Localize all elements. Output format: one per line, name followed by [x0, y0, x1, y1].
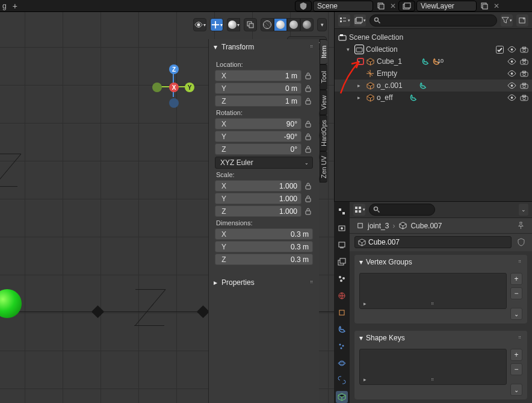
specials-menu[interactable]: ⌄: [510, 308, 522, 320]
outliner-collection[interactable]: ▾ Collection: [335, 43, 532, 55]
options-dropdown[interactable]: ⌄: [519, 204, 528, 216]
breadcrumb-object[interactable]: joint_3: [368, 222, 389, 230]
tab-output[interactable]: [336, 239, 348, 251]
shape-keys-header[interactable]: ▾ Shape Keys ⠿: [354, 331, 527, 345]
drag-handle-icon[interactable]: ⠿: [310, 45, 314, 49]
tab-constraints[interactable]: [336, 374, 348, 386]
editor-type-selector[interactable]: ▾: [353, 204, 365, 216]
vertex-groups-header[interactable]: ▾ Vertex Groups ⠿: [354, 255, 527, 269]
dimension-y-field[interactable]: Y0.3 m: [215, 241, 313, 252]
disclosure-icon[interactable]: ▸: [357, 95, 363, 101]
scale-z-field[interactable]: Z1.000: [215, 205, 302, 217]
tab-world[interactable]: [336, 290, 348, 302]
visible-icon[interactable]: [507, 70, 516, 77]
render-icon[interactable]: [520, 83, 528, 89]
drag-handle-icon[interactable]: ⠿: [310, 280, 314, 285]
tab-particles[interactable]: [336, 340, 348, 352]
dimension-z-field[interactable]: Z0.3 m: [215, 254, 313, 265]
render-icon[interactable]: [520, 58, 528, 65]
tab-tool[interactable]: Tool: [320, 64, 327, 90]
location-y-field[interactable]: Y0 m: [215, 83, 302, 94]
xray-toggle[interactable]: [244, 18, 257, 31]
shading-solid[interactable]: [274, 18, 287, 31]
vertex-groups-list[interactable]: ▸ ⠿: [359, 273, 507, 309]
fake-user-icon[interactable]: [515, 236, 527, 248]
navigation-gizmo[interactable]: X Y Z: [153, 63, 202, 111]
filter-button[interactable]: ▾: [501, 14, 513, 27]
pin-icon[interactable]: [515, 220, 526, 231]
drag-handle-icon[interactable]: ⠿: [518, 260, 522, 264]
shape-keys-list[interactable]: ▸ ⠿: [359, 349, 507, 385]
scene-name-field[interactable]: Scene: [313, 1, 373, 11]
lock-icon[interactable]: [303, 180, 313, 192]
lock-icon[interactable]: [303, 118, 313, 130]
gizmo-y-neg-ball[interactable]: [152, 83, 162, 92]
disclosure-icon[interactable]: ▸: [357, 58, 363, 64]
location-z-field[interactable]: Z1 m: [215, 95, 302, 107]
drag-handle-icon[interactable]: ⠿: [431, 378, 435, 383]
workspace-tab[interactable]: g: [2, 2, 7, 10]
render-icon[interactable]: [520, 46, 528, 53]
shading-options-dropdown[interactable]: ▾: [317, 18, 327, 31]
outliner-scene-collection[interactable]: Scene Collection: [335, 31, 532, 43]
lock-icon[interactable]: [303, 131, 313, 142]
visible-icon[interactable]: [507, 94, 516, 101]
viewlayer-close-button[interactable]: ✕: [492, 1, 501, 11]
visible-icon[interactable]: [507, 46, 516, 53]
gizmo-y-ball[interactable]: Y: [185, 83, 194, 92]
outliner-item-oc001[interactable]: ▸ o_c.001: [335, 80, 532, 92]
tab-render[interactable]: [336, 222, 348, 234]
rotation-y-field[interactable]: Y-90°: [215, 131, 302, 142]
specials-menu[interactable]: ⌄: [510, 384, 522, 396]
overlay-toggle[interactable]: ▾: [227, 18, 240, 31]
location-x-field[interactable]: X1 m: [215, 70, 302, 81]
tab-tool[interactable]: [336, 205, 348, 217]
modifier-icon[interactable]: [419, 81, 428, 90]
disclosure-icon[interactable]: ▸: [357, 83, 363, 89]
remove-button[interactable]: −: [510, 363, 522, 375]
remove-button[interactable]: −: [510, 287, 522, 299]
rotation-z-field[interactable]: Z0°: [215, 143, 302, 155]
tab-zenuv[interactable]: Zen UV: [320, 151, 327, 183]
scale-y-field[interactable]: Y1.000: [215, 193, 302, 204]
modifier-icon[interactable]: [409, 93, 418, 102]
tab-modifier[interactable]: [336, 323, 348, 336]
expand-icon[interactable]: ▸: [363, 301, 367, 307]
tab-physics[interactable]: [336, 357, 348, 369]
shading-rendered[interactable]: [300, 18, 314, 31]
lock-icon[interactable]: [303, 193, 313, 204]
gizmo-x-ball[interactable]: X: [169, 83, 179, 92]
rotation-x-field[interactable]: X90°: [215, 118, 302, 130]
tab-scene[interactable]: [336, 273, 348, 285]
display-mode-selector[interactable]: ▾: [354, 14, 366, 27]
scene-selector[interactable]: [295, 1, 312, 11]
add-button[interactable]: +: [510, 273, 522, 285]
lock-icon[interactable]: [303, 83, 313, 94]
new-viewlayer-button[interactable]: [478, 1, 491, 11]
editor-type-selector[interactable]: ▾: [338, 14, 350, 27]
tab-view[interactable]: View: [320, 90, 327, 115]
rotation-mode-select[interactable]: XYZ Euler⌄: [215, 157, 313, 169]
exclude-checkbox[interactable]: [496, 46, 504, 54]
visibility-dropdown[interactable]: ▾: [193, 18, 206, 31]
lock-icon[interactable]: [303, 205, 313, 217]
breadcrumb-mesh[interactable]: Cube.007: [410, 222, 442, 230]
drag-handle-icon[interactable]: ⠿: [431, 302, 435, 307]
shading-wireframe[interactable]: [261, 18, 274, 31]
gizmo-toggle[interactable]: ▾: [210, 18, 223, 31]
scale-x-field[interactable]: X1.000: [215, 180, 302, 192]
render-icon[interactable]: [520, 70, 528, 77]
new-collection-button[interactable]: [516, 14, 528, 27]
dimension-x-field[interactable]: X0.3 m: [215, 228, 313, 240]
visible-icon[interactable]: [507, 58, 516, 65]
outliner-item-cube1[interactable]: ▸ Cube_1 10: [335, 55, 532, 67]
render-icon[interactable]: [520, 95, 528, 101]
gizmo-z-ball[interactable]: Z: [169, 64, 179, 74]
outliner-item-oeff[interactable]: ▸ o_eff: [335, 92, 532, 104]
outliner-item-empty[interactable]: ▸ Empty: [335, 67, 532, 80]
mesh-name-field[interactable]: Cube.007: [354, 236, 512, 248]
modifier-icon[interactable]: 10: [432, 57, 441, 66]
modifier-icon[interactable]: [421, 57, 430, 66]
add-button[interactable]: +: [510, 349, 522, 361]
shading-matprev[interactable]: [287, 18, 300, 31]
